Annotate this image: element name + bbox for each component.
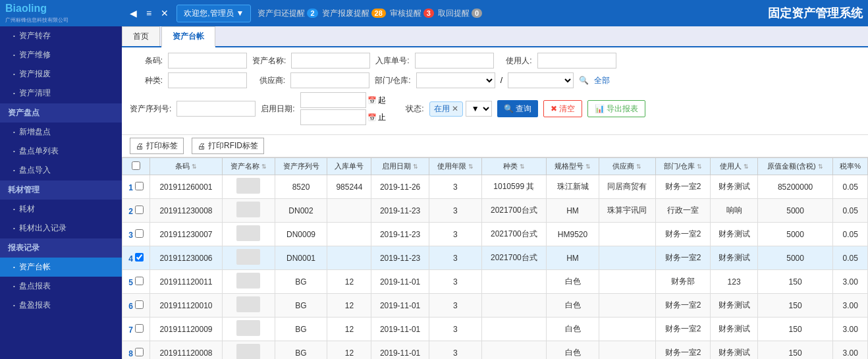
dept-select[interactable] (416, 72, 495, 88)
cell-seq: BG (275, 270, 327, 294)
table-row[interactable]: 4 201911230006 DN0001 2019-11-23 3 20217… (122, 246, 868, 270)
sidebar-label: 资产台帐 (19, 262, 51, 273)
cell-user: 财务测试 (711, 246, 758, 270)
status-select[interactable]: ▼ (466, 101, 492, 117)
sidebar-item-asset-ledger[interactable]: • 资产台帐 (0, 258, 122, 277)
sidebar-label: 盘盈报表 (19, 300, 51, 311)
sidebar-item-consumable[interactable]: • 耗材 (0, 200, 122, 219)
close-button[interactable]: ✕ (158, 7, 171, 20)
sidebar-item-new-check[interactable]: • 新增盘点 (0, 123, 122, 142)
row-checkbox[interactable] (135, 324, 144, 333)
export-button[interactable]: 📊 导出报表 (587, 100, 645, 117)
table-row[interactable]: 5 201911120011 BG 12 2019-11-01 3 白色 财务部… (122, 270, 868, 294)
table-row[interactable]: 7 201911120009 BG 12 2019-11-01 3 白色 财务一… (122, 318, 868, 341)
row-checkbox[interactable] (135, 277, 144, 285)
alert-scrap[interactable]: 资产报废提醒 28 (322, 8, 386, 19)
tab-home[interactable]: 首页 (122, 26, 160, 46)
end-date-input[interactable] (300, 109, 366, 125)
sidebar-item-consumable-record[interactable]: • 耗材出入记录 (0, 219, 122, 238)
search-icon2: 🔍 (504, 104, 514, 113)
app-title: 固定资产管理系统 (768, 5, 863, 21)
select-all-checkbox[interactable] (132, 161, 140, 170)
th-dept: 部门/仓库 ⇅ (655, 158, 711, 175)
cell-warehouse: 12 (327, 294, 371, 318)
alert-return-badge: 2 (307, 9, 317, 18)
cell-dept: 财务一室2 (655, 294, 711, 318)
cell-years: 3 (429, 294, 481, 318)
back-button[interactable]: ◀ (127, 7, 140, 20)
table-row[interactable]: 1 201911260001 8520 985244 2019-11-26 3 … (122, 175, 868, 199)
sidebar-item-asset-clear[interactable]: • 资产清理 (0, 84, 122, 103)
alert-recall[interactable]: 取回提醒 0 (438, 8, 482, 19)
cell-barcode: 201911120011 (150, 270, 222, 294)
cell-start-date: 2019-11-23 (371, 199, 429, 223)
start-date-input[interactable] (300, 92, 366, 108)
cell-amount: 5000 (757, 223, 832, 246)
cell-dept: 财务一室2 (655, 223, 711, 246)
cell-amount: 5000 (757, 246, 832, 270)
sidebar-item-asset-repair[interactable]: • 资产维修 (0, 45, 122, 65)
tab-ledger[interactable]: 资产台帐 (161, 26, 215, 47)
row-checkbox[interactable] (135, 182, 144, 190)
welcome-button[interactable]: 欢迎您,管理员 ▼ (176, 5, 251, 22)
table-row[interactable]: 8 201911120008 BG 12 2019-11-01 3 白色 财务一… (122, 341, 868, 360)
th-spec: 规格型号 ⇅ (547, 158, 599, 175)
menu-button[interactable]: ≡ (144, 7, 154, 20)
cell-spec: HM9520 (547, 223, 599, 246)
sort-icon: ⇅ (520, 163, 525, 170)
warehouse-no-input[interactable] (415, 53, 494, 69)
alert-review[interactable]: 审核提醒 3 (390, 8, 434, 19)
print-rfid-button[interactable]: 🖨 打印RFID标签 (192, 138, 264, 154)
supplier-input[interactable] (290, 72, 369, 88)
table-container: 条码 ⇅ 资产名称 ⇅ 资产序列号 入库单号 启用日期 ⇅ 使用年限 ⇅ 种类 … (122, 157, 868, 359)
sidebar-item-asset-scrap[interactable]: • 资产报废 (0, 65, 122, 84)
search-form: 条码: 资产名称: 入库单号: 使用人: 种类: 供应商: 部门/仓库: (122, 47, 868, 135)
sidebar-item-check-import[interactable]: • 盘点导入 (0, 161, 122, 180)
row-checkbox[interactable] (135, 253, 144, 262)
nav-alerts: 资产归还提醒 2 资产报废提醒 28 审核提醒 3 取回提醒 0 (258, 8, 482, 19)
status-label: 状态: (391, 103, 424, 115)
cell-spec: 白色 (547, 294, 599, 318)
cell-start-date: 2019-11-23 (371, 223, 429, 246)
sidebar-item-check-list[interactable]: • 盘点单列表 (0, 142, 122, 161)
cell-seq: BG (275, 294, 327, 318)
cell-user: 财务测试 (711, 318, 758, 341)
sidebar-item-check-report[interactable]: • 盘点报表 (0, 277, 122, 296)
cell-seq: DN002 (275, 199, 327, 223)
th-user: 使用人 ⇅ (711, 158, 758, 175)
cell-tax: 0.05 (833, 246, 868, 270)
th-start-date: 启用日期 ⇅ (371, 158, 429, 175)
row-checkbox[interactable] (135, 300, 144, 309)
subdept-select[interactable] (508, 72, 574, 88)
bullet-icon: • (13, 264, 15, 270)
sidebar-item-asset-transfer[interactable]: • 资产转存 (0, 26, 122, 45)
sort-icon: ⇅ (636, 163, 641, 170)
table-row[interactable]: 2 201911230008 DN002 2019-11-23 3 202170… (122, 199, 868, 223)
category-input[interactable] (168, 72, 247, 88)
row-checkbox[interactable] (135, 348, 144, 356)
table-row[interactable]: 3 201911230007 DN0009 2019-11-23 3 20217… (122, 223, 868, 246)
alert-return[interactable]: 资产归还提醒 2 (258, 8, 317, 19)
row-checkbox[interactable] (135, 206, 144, 214)
th-category: 种类 ⇅ (481, 158, 546, 175)
cell-asset-name (222, 223, 275, 246)
user-input[interactable] (537, 53, 616, 69)
status-tag-close[interactable]: ✕ (452, 104, 458, 113)
asset-name-input[interactable] (291, 53, 370, 69)
sidebar-item-inventory-report[interactable]: • 盘盈报表 (0, 296, 122, 315)
clear-button[interactable]: ✖ 清空 (543, 100, 582, 117)
cell-num: 3 (122, 223, 150, 246)
row-checkbox[interactable] (135, 229, 144, 238)
table-row[interactable]: 6 201911120010 BG 12 2019-11-01 3 白色 财务一… (122, 294, 868, 318)
cell-warehouse: 12 (327, 341, 371, 360)
print-label-button[interactable]: 🖨 打印标签 (130, 138, 184, 154)
cell-dept: 财务部 (655, 270, 711, 294)
search-button[interactable]: 🔍 查询 (497, 100, 538, 117)
sidebar-label: 新增盘点 (19, 126, 51, 138)
barcode-input[interactable] (168, 53, 247, 69)
cell-tax: 3.00 (833, 341, 868, 360)
seq-input[interactable] (176, 101, 256, 117)
cell-barcode: 201911120010 (150, 294, 222, 318)
print-icon: 🖨 (136, 142, 144, 151)
print-label-text: 打印标签 (146, 140, 178, 152)
